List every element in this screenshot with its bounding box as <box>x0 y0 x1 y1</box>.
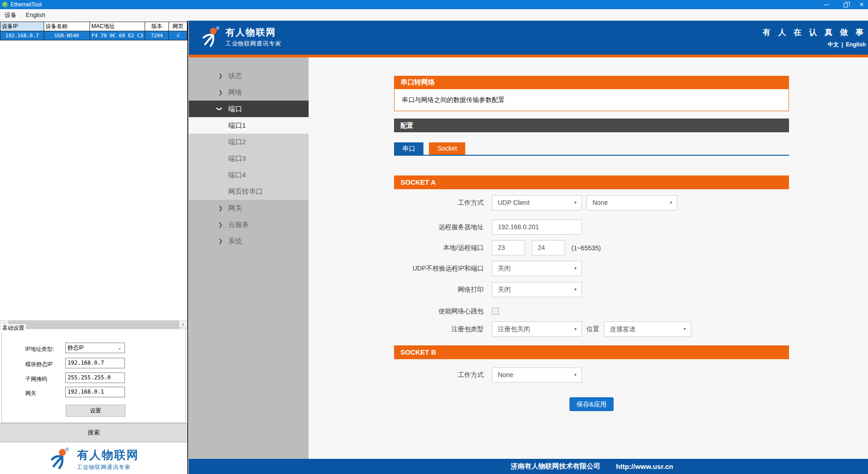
sidebar-item-port3[interactable]: 端口3 <box>189 150 309 167</box>
select-arrow-icon: ▼ <box>574 368 577 382</box>
remote-addr-row: 远程服务器地址 192.168.0.201 <box>394 220 789 235</box>
device-row[interactable]: 192.168.0.7 USR-N540 F4 70 0C 60 E2 C3 7… <box>0 31 187 40</box>
web-config-view: 有人物联网 工业物联网通讯专家 有 人 在 认 真 做 事 中文|English… <box>189 21 868 474</box>
usr-logo-icon <box>49 448 73 471</box>
udp-check-select[interactable]: 关闭 ▼ <box>492 261 582 276</box>
socket-b-work-mode-row: 工作方式 None ▼ <box>394 367 789 383</box>
usr-logo-title: 有人物联网 <box>77 447 139 463</box>
sidebar-item-network[interactable]: ❯ 网络 <box>189 84 309 101</box>
sidebar-item-port1[interactable]: 端口1 <box>189 117 309 134</box>
footer-url[interactable]: http://www.usr.cn <box>616 463 673 470</box>
mask-label: 子网掩码 <box>25 375 47 383</box>
titlebar: EthernetTool ✕ <box>0 0 868 9</box>
device-name[interactable]: USR-N540 <box>44 31 90 40</box>
set-button[interactable]: 设置 <box>66 405 125 417</box>
web-header: 有人物联网 工业物联网通讯专家 有 人 在 认 真 做 事 中文|English <box>189 21 868 57</box>
chevron-right-icon: ❯ <box>218 84 223 101</box>
sidebar-item-port4[interactable]: 端口4 <box>189 167 309 183</box>
col-device-ip[interactable]: 设备IP <box>0 22 44 31</box>
heartbeat-checkbox[interactable] <box>492 308 499 315</box>
work-mode-select[interactable]: UDP Client ▼ <box>492 195 582 210</box>
col-mac[interactable]: MAC地址 <box>90 22 145 31</box>
ip-type-select[interactable]: 静态IP ⌄ <box>65 343 125 353</box>
tab-socket[interactable]: Socket <box>429 142 465 155</box>
sidebar-item-web2serial[interactable]: 网页转串口 <box>189 183 309 200</box>
sidebar-item-system[interactable]: ❯ 系统 <box>189 233 309 249</box>
sidebar-item-status[interactable]: ❯ 状态 <box>189 68 309 84</box>
ports-label: 本地/远程端口 <box>394 244 492 252</box>
heartbeat-row: 使能网络心跳包 <box>394 304 789 319</box>
config-tabs: 串口 Socket <box>394 142 789 156</box>
socket-a-title: SOCKET A <box>394 175 789 189</box>
remote-port-input[interactable]: 24 <box>532 240 565 255</box>
tab-serial[interactable]: 串口 <box>394 142 423 155</box>
config-section-title: 配置 <box>394 118 789 132</box>
col-device-name[interactable]: 设备名称 <box>44 22 90 31</box>
ip-type-label: IP地址类型: <box>25 345 54 353</box>
work-mode-select-2[interactable]: None ▼ <box>586 195 677 210</box>
combo-arrow-icon: ⌄ <box>118 343 122 353</box>
save-apply-button[interactable]: 保存&应用 <box>569 397 614 411</box>
net-print-label: 网络打印 <box>394 286 492 294</box>
chevron-right-icon: ❯ <box>218 68 223 84</box>
device-mac[interactable]: F4 70 0C 60 E2 C3 <box>90 31 145 40</box>
udp-check-label: UDP不校验远程IP和端口 <box>394 265 492 273</box>
restore-icon <box>844 3 848 7</box>
local-port-input[interactable]: 23 <box>492 240 525 255</box>
language-bar: 中文|English <box>826 41 867 49</box>
lang-zh-link[interactable]: 中文 <box>828 41 839 48</box>
page-title: 串口转网络 <box>394 76 789 89</box>
select-arrow-icon: ▼ <box>574 322 577 336</box>
regpkt-row: 注册包类型 注册包关闭 ▼ 位置 连接发送 ▼ <box>394 322 789 337</box>
web-sidebar: ❯ 状态 ❯ 网络 ❯ 端口 端口1 端口2 端口3 端口4 <box>189 57 309 459</box>
basic-settings-legend: 基础设置 <box>1 324 26 332</box>
regpkt-type-select[interactable]: 注册包关闭 ▼ <box>492 322 582 337</box>
window-title: EthernetTool <box>11 1 41 8</box>
web-brand-icon <box>201 27 223 49</box>
gateway-input[interactable]: 192.168.0.1 <box>65 387 125 397</box>
static-ip-label: 模块静态IP <box>25 361 52 368</box>
remote-addr-label: 远程服务器地址 <box>394 223 492 231</box>
regpkt-pos-select[interactable]: 连接发送 ▼ <box>604 322 691 337</box>
app-icon <box>2 2 8 7</box>
heartbeat-label: 使能网络心跳包 <box>394 307 492 316</box>
sidebar-item-gateway[interactable]: ❯ 网关 <box>189 200 309 216</box>
restore-button[interactable] <box>836 0 855 9</box>
sidebar-item-port2[interactable]: 端口2 <box>189 134 309 150</box>
sidebar-item-cloud[interactable]: ❯ 云服务 <box>189 216 309 233</box>
close-button[interactable]: ✕ <box>855 0 868 9</box>
remote-addr-input[interactable]: 192.168.0.201 <box>492 220 582 235</box>
col-web[interactable]: 网页 <box>169 22 187 31</box>
mask-input[interactable]: 255.255.255.0 <box>65 372 125 383</box>
udp-check-row: UDP不校验远程IP和端口 关闭 ▼ <box>394 261 789 276</box>
sidebar-item-port[interactable]: ❯ 端口 <box>189 101 309 117</box>
device-ip[interactable]: 192.168.0.7 <box>0 31 44 40</box>
ethernettool-window: EthernetTool ✕ 设备 English 设备IP 设备名称 MAC地… <box>0 0 868 474</box>
web-link-icon[interactable]: √ <box>169 31 187 40</box>
work-mode-label: 工作方式 <box>394 199 492 207</box>
header-slogan: 有 人 在 认 真 做 事 <box>763 27 866 38</box>
menu-device[interactable]: 设备 <box>0 9 21 21</box>
select-arrow-icon: ▼ <box>574 282 577 297</box>
work-mode-row: 工作方式 UDP Client ▼ None ▼ <box>394 195 789 210</box>
chevron-right-icon: ❯ <box>218 200 223 216</box>
minimize-button[interactable] <box>817 0 836 9</box>
col-version[interactable]: 版本 <box>145 22 169 31</box>
web-brand-title: 有人物联网 <box>225 26 276 39</box>
device-table: 设备IP 设备名称 MAC地址 版本 网页 192.168.0.7 USR-N5… <box>0 22 187 40</box>
select-arrow-icon: ▼ <box>669 196 673 210</box>
footer-company: 济南有人物联网技术有限公司 <box>511 462 600 471</box>
net-print-row: 网络打印 关闭 ▼ <box>394 282 789 297</box>
chevron-down-icon: ❯ <box>211 107 228 111</box>
minimize-icon <box>824 5 829 5</box>
lang-separator: | <box>841 41 843 48</box>
lang-en-link[interactable]: English <box>846 41 866 48</box>
socket-b-work-mode-select[interactable]: None ▼ <box>492 367 582 383</box>
ports-hint: (1~65535) <box>571 244 601 252</box>
search-button[interactable]: 搜索 <box>0 423 187 442</box>
device-version[interactable]: 7204 <box>145 31 169 40</box>
menu-english[interactable]: English <box>21 9 50 21</box>
static-ip-input[interactable]: 192.168.0.7 <box>65 358 125 368</box>
regpkt-pos-label: 位置 <box>586 325 599 333</box>
net-print-select[interactable]: 关闭 ▼ <box>492 282 582 297</box>
